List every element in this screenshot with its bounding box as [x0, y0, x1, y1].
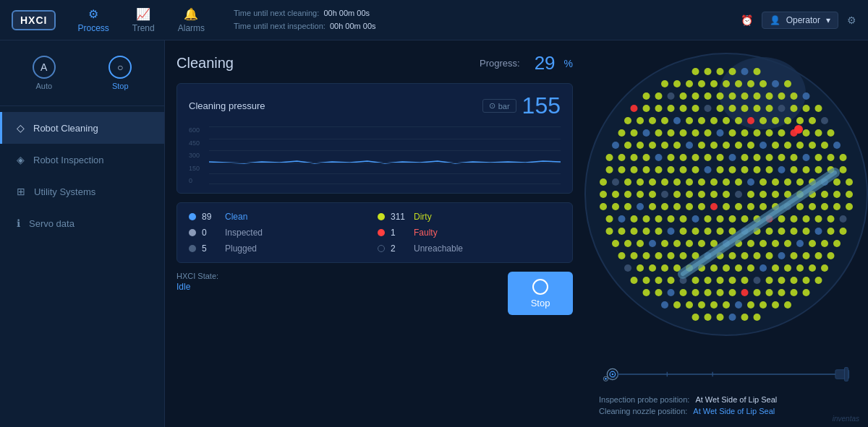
- svg-point-266: [631, 252, 638, 259]
- svg-point-90: [686, 142, 693, 149]
- mode-stop[interactable]: ○ Stop: [85, 49, 156, 97]
- svg-point-14: [735, 80, 742, 87]
- svg-point-215: [717, 215, 724, 223]
- svg-point-191: [673, 203, 681, 210]
- svg-point-2: [692, 68, 699, 75]
- stat-dirty: 311 Dirty: [378, 212, 561, 222]
- svg-point-103: [606, 154, 613, 161]
- svg-point-154: [735, 178, 742, 186]
- svg-point-125: [631, 166, 638, 173]
- svg-point-201: [796, 203, 804, 210]
- svg-point-24: [705, 92, 712, 100]
- svg-point-339: [772, 301, 779, 309]
- svg-point-279: [791, 252, 798, 259]
- svg-point-207: [618, 215, 626, 223]
- svg-point-330: [661, 301, 668, 309]
- dirty-count: 311: [391, 212, 408, 222]
- svg-point-79: [778, 129, 786, 137]
- svg-point-231: [668, 228, 675, 235]
- svg-point-87: [649, 142, 656, 149]
- svg-point-178: [772, 191, 779, 198]
- sidebar-item-utility-systems[interactable]: ⊞ Utility Systems: [0, 176, 164, 207]
- svg-point-328: [791, 289, 798, 296]
- svg-point-107: [655, 154, 663, 161]
- settings-icon[interactable]: ⚙: [847, 14, 856, 26]
- svg-point-268: [655, 252, 663, 259]
- svg-point-336: [735, 301, 742, 309]
- svg-point-320: [692, 289, 699, 296]
- tab-trend[interactable]: 📈 Trend: [132, 7, 155, 33]
- svg-point-70: [668, 129, 675, 137]
- svg-point-8: [661, 80, 668, 87]
- svg-point-232: [680, 228, 687, 235]
- svg-point-176: [747, 191, 754, 198]
- dot-dirty: [378, 213, 385, 220]
- nav-timing: Time until next cleaning: 00h 00m 00s Ti…: [205, 7, 741, 33]
- svg-point-11: [698, 80, 705, 87]
- chart-y-150: 150: [189, 165, 206, 172]
- svg-point-234: [705, 228, 712, 235]
- svg-point-75: [729, 129, 736, 137]
- svg-point-85: [624, 142, 631, 149]
- svg-point-13: [723, 80, 730, 87]
- svg-point-281: [815, 252, 822, 259]
- chart-y-0: 0: [189, 177, 206, 184]
- tab-process[interactable]: ⚙ Process: [77, 7, 109, 33]
- svg-point-245: [840, 228, 847, 235]
- grid-line-bottom: [209, 173, 561, 174]
- user-role-dropdown[interactable]: 👤 Operator ▾: [762, 12, 838, 29]
- svg-point-250: [661, 240, 668, 247]
- svg-point-12: [710, 80, 718, 87]
- svg-point-20: [655, 92, 663, 100]
- svg-point-41: [729, 105, 736, 112]
- svg-point-96: [760, 142, 767, 149]
- left-panel: Cleaning Progress: 29 % Cleaning pressur…: [165, 40, 584, 427]
- svg-point-212: [680, 215, 687, 223]
- mode-auto[interactable]: A Auto: [9, 49, 80, 97]
- svg-point-283: [624, 264, 631, 272]
- sidebar-item-robot-inspection[interactable]: ◈ Robot Inspection: [0, 144, 164, 176]
- pressure-unit-badge: ⊙ bar: [482, 99, 516, 113]
- inspection-time-row: Time until next inspection: 00h 00m 00s: [234, 20, 741, 33]
- dot-plugged: [189, 245, 196, 252]
- tab-alarms[interactable]: 🔔 Alarms: [178, 7, 205, 33]
- probe-info-area: Inspection probe position: At Wet Side o…: [590, 353, 862, 418]
- user-role-label: Operator: [786, 15, 820, 25]
- dot-unreachable: [378, 245, 385, 252]
- svg-point-34: [643, 105, 650, 112]
- svg-point-195: [723, 203, 730, 210]
- chart-grid-lines: [209, 126, 561, 174]
- svg-point-213: [692, 215, 699, 223]
- svg-point-312: [778, 277, 786, 284]
- svg-point-147: [649, 178, 656, 186]
- svg-point-67: [631, 129, 638, 137]
- svg-point-306: [705, 277, 712, 284]
- svg-point-112: [717, 154, 724, 161]
- svg-point-206: [606, 215, 613, 223]
- svg-point-319: [680, 289, 687, 296]
- svg-point-168: [649, 191, 656, 198]
- svg-point-226: [606, 228, 613, 235]
- sidebar-item-robot-cleaning[interactable]: ◇ Robot Cleaning: [0, 112, 164, 144]
- tab-alarms-label: Alarms: [178, 23, 205, 33]
- chart-x-axis: [209, 184, 561, 184]
- svg-point-5: [729, 68, 736, 75]
- svg-point-56: [710, 117, 718, 124]
- svg-point-261: [796, 240, 804, 247]
- svg-point-63: [796, 117, 804, 124]
- sidebar-item-servo-data[interactable]: ℹ Servo data: [0, 207, 164, 239]
- stats-grid: 89 Clean 311 Dirty 0 Inspected 1 Faulty: [176, 202, 573, 263]
- svg-point-124: [618, 166, 626, 173]
- svg-point-323: [729, 289, 736, 296]
- svg-point-97: [772, 142, 779, 149]
- svg-point-293: [747, 264, 754, 272]
- svg-point-202: [809, 203, 816, 210]
- stop-button[interactable]: Stop: [508, 272, 573, 315]
- svg-point-342: [705, 314, 712, 321]
- clock-icon[interactable]: ⏰: [741, 14, 753, 26]
- svg-point-182: [821, 191, 828, 198]
- alarms-icon: 🔔: [184, 7, 198, 21]
- svg-point-185: [600, 203, 607, 210]
- svg-point-264: [833, 240, 841, 247]
- robot-cleaning-icon: ◇: [17, 122, 25, 134]
